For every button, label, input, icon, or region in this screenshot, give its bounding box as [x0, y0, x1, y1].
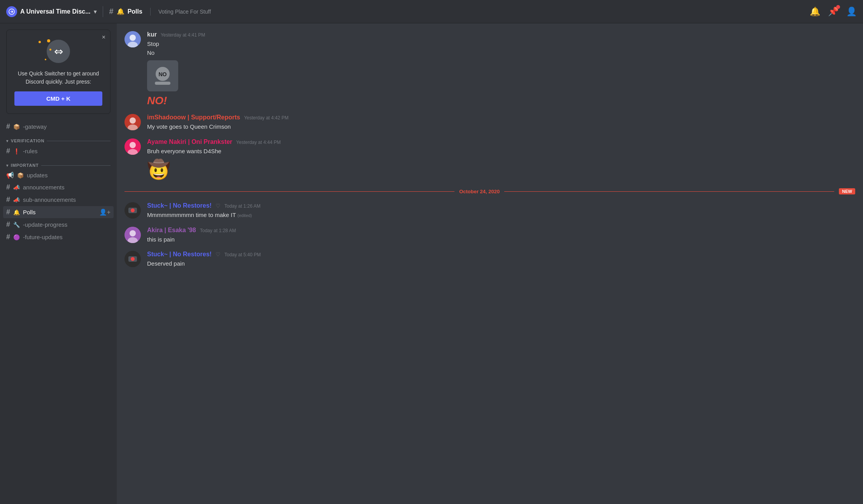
rules-emoji: ❗ [13, 148, 20, 154]
hash-icon: # [6, 196, 10, 204]
sidebar-item-update-progress[interactable]: # 🔧 -update-progress [3, 219, 114, 231]
sidebar-item-updates[interactable]: 📢 📦 updates [3, 170, 114, 181]
announcements-label: announcements [23, 184, 65, 191]
avatar [125, 114, 141, 130]
gateway-emoji: 📦 [13, 124, 20, 130]
pin-button[interactable]: 📌 [828, 7, 838, 17]
message-content: imShadooow | Support/Reports Yesterday a… [147, 114, 855, 131]
channel-bell-icon: 🔔 [117, 8, 125, 15]
channel-name-header: Polls [128, 8, 142, 15]
sidebar-item-sub-announcements[interactable]: # 📣 sub-announcements [3, 194, 114, 206]
message-header: Ayame Nakiri | Oni Prankster Yesterday a… [147, 138, 855, 145]
message-header: Akira | Esaka '98 Today at 1:28 AM [147, 227, 855, 234]
sidebar-item-rules[interactable]: # ❗ -rules [3, 145, 114, 157]
avatar [125, 251, 141, 267]
quick-switcher-popup: × ⇔ Use Quick Switcher to get around Dis… [6, 30, 111, 114]
sidebar-item-gateway[interactable]: # 📦 -gateway [3, 121, 114, 133]
sticker-area: NO [147, 60, 855, 91]
sub-announce-emoji: 📣 [13, 197, 20, 203]
server-name-area[interactable]: A Universal Time Disc... ▾ [6, 6, 96, 17]
timestamp: Today at 5:40 PM [225, 252, 261, 257]
gateway-label: -gateway [23, 123, 47, 130]
message-text: My vote goes to Queen Crimson [147, 122, 855, 131]
update-progress-label: -update-progress [23, 221, 67, 228]
category-arrow: ▾ [6, 139, 9, 143]
hash-icon: # [6, 183, 10, 191]
main-layout: × ⇔ Use Quick Switcher to get around Dis… [0, 23, 863, 504]
message-group: Stuck~ | No Restores! ♡ Today at 5:40 PM… [125, 251, 855, 268]
category-arrow: ▾ [6, 163, 9, 168]
timestamp: Yesterday at 4:41 PM [161, 32, 205, 38]
username: imShadooow | Support/Reports [147, 114, 240, 121]
popup-description: Use Quick Switcher to get around Discord… [14, 70, 102, 86]
edited-label: (edited) [237, 213, 252, 218]
channel-description: Voting Place For Stuff [158, 9, 211, 15]
top-bar: A Universal Time Disc... ▾ # 🔔 Polls Vot… [0, 0, 863, 23]
decoration-dot-3 [49, 49, 51, 51]
messages-container: kur Yesterday at 4:41 PM Stop No NO [117, 23, 863, 504]
svg-point-9 [130, 117, 136, 124]
svg-point-16 [131, 208, 135, 212]
message-group: kur Yesterday at 4:41 PM Stop No NO [125, 31, 855, 107]
sidebar-item-announcements[interactable]: # 📣 announcements [3, 181, 114, 193]
big-text: NO! [147, 94, 167, 107]
message-content: Stuck~ | No Restores! ♡ Today at 5:40 PM… [147, 251, 855, 268]
top-divider [103, 6, 103, 17]
hash-icon: # [6, 233, 10, 241]
message-text: Bruh everyone wants D4She [147, 147, 855, 156]
category-label: IMPORTANT [11, 163, 39, 168]
add-member-icon[interactable]: 👤+ [99, 208, 111, 216]
date-label: October 24, 2020 [459, 189, 500, 194]
bell-button[interactable]: 🔔 [810, 7, 820, 17]
username: kur [147, 31, 157, 38]
date-divider: October 24, 2020 NEW [125, 188, 855, 194]
pin-notification-badge [836, 5, 840, 9]
message-group: Stuck~ | No Restores! ♡ Today at 1:26 AM… [125, 202, 855, 220]
category-line [47, 141, 111, 141]
future-updates-label: -future-updates [23, 234, 63, 240]
new-badge: NEW [839, 188, 855, 194]
message-text: Deserved pain [147, 259, 855, 268]
timestamp: Today at 1:28 AM [200, 228, 236, 233]
members-button[interactable]: 👤 [846, 7, 857, 17]
message-header: kur Yesterday at 4:41 PM [147, 31, 855, 38]
switcher-icon: ⇔ [47, 40, 70, 63]
message-content: Ayame Nakiri | Oni Prankster Yesterday a… [147, 138, 855, 181]
big-text-area: NO! [147, 94, 855, 107]
channels-top-section: # 📦 -gateway [0, 120, 117, 133]
sub-announcements-label: sub-announcements [23, 196, 76, 203]
decoration-dot-1 [39, 41, 41, 43]
channel-hash-icon: # [109, 7, 114, 16]
message-text: this is pain [147, 235, 855, 244]
category-verification[interactable]: ▾ VERIFICATION [3, 133, 114, 145]
popup-icon-area: ⇔ [14, 38, 102, 65]
top-bar-right: 🔔 📌 👤 [810, 7, 857, 17]
message-text: Stop [147, 40, 855, 49]
megaphone-icon: 📢 [6, 172, 14, 179]
avatar [125, 138, 141, 155]
channel-header-divider [150, 8, 151, 16]
sidebar: × ⇔ Use Quick Switcher to get around Dis… [0, 23, 117, 504]
popup-close-button[interactable]: × [102, 34, 105, 41]
updates-emoji: 📦 [17, 172, 24, 178]
message-text: No [147, 49, 855, 58]
date-line-right [504, 191, 834, 192]
chat-area: kur Yesterday at 4:41 PM Stop No NO [117, 23, 863, 504]
decoration-dot-2 [47, 39, 50, 42]
timestamp: Today at 1:26 AM [225, 203, 261, 209]
channel-header: # 🔔 Polls Voting Place For Stuff [109, 7, 211, 16]
date-line-left [125, 191, 454, 192]
username: Stuck~ | No Restores! [147, 251, 212, 258]
avatar [125, 202, 141, 219]
rules-label: -rules [23, 148, 38, 154]
updates-label: updates [27, 172, 47, 178]
username: Akira | Esaka '98 [147, 227, 196, 234]
sidebar-item-future-updates[interactable]: # 🟣 -future-updates [3, 231, 114, 243]
message-content: Stuck~ | No Restores! ♡ Today at 1:26 AM… [147, 202, 855, 220]
decoration-dot-4 [45, 59, 46, 60]
category-important[interactable]: ▾ IMPORTANT [3, 158, 114, 169]
username: Ayame Nakiri | Oni Prankster [147, 138, 232, 145]
sidebar-item-polls[interactable]: # 🔔 Polls 👤+ [3, 206, 114, 218]
cmd-k-button[interactable]: CMD + K [14, 91, 102, 106]
message-header: imShadooow | Support/Reports Yesterday a… [147, 114, 855, 121]
